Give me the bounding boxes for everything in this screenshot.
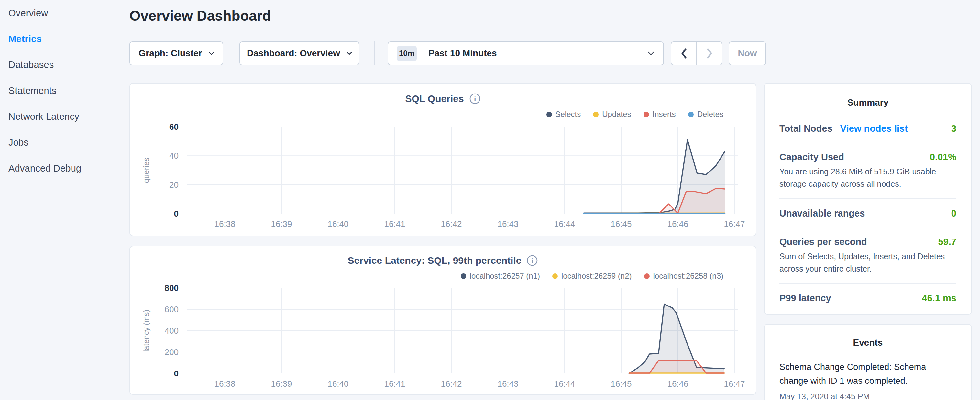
y-axis-unit-label: latency (ms) [142, 310, 150, 352]
summary-panel: Summary Total NodesView nodes list3Capac… [764, 83, 972, 315]
previous-range-button[interactable] [671, 42, 696, 65]
x-axis-tick-label: 16:47 [724, 219, 745, 229]
sidebar-item-databases[interactable]: Databases [0, 52, 129, 78]
legend-item-updates: Updates [593, 110, 631, 119]
legend-dot [593, 112, 598, 117]
legend-dot [644, 274, 650, 279]
summary-row-label: P99 latency [780, 293, 831, 303]
events-title: Events [765, 338, 971, 348]
y-axis-tick-label: 800 [165, 283, 178, 293]
summary-rows: Total NodesView nodes list3Capacity Used… [765, 114, 971, 312]
legend-item-deletes: Deletes [688, 110, 724, 119]
sidebar-item-statements[interactable]: Statements [0, 78, 129, 104]
legend-label: Inserts [652, 110, 676, 119]
chart-title: Service Latency: SQL, 99th percentile [348, 255, 522, 266]
info-icon[interactable]: i [527, 255, 538, 266]
summary-row-value: 59.7 [938, 237, 956, 247]
legend-item-localhost-26259-n2: localhost:26259 (n2) [552, 271, 632, 280]
x-axis-tick-label: 16:45 [611, 379, 632, 389]
summary-row-queries-per-second: Queries per second59.7Sum of Selects, Up… [780, 228, 956, 284]
summary-row-label: Total Nodes [780, 123, 832, 134]
chevron-down-icon [648, 51, 654, 55]
summary-row-p99-latency: P99 latency46.1 ms [780, 284, 956, 312]
sidebar-item-network-latency[interactable]: Network Latency [0, 104, 129, 129]
sql-queries-chart: 16:3816:3916:4016:4116:4216:4316:4416:45… [130, 84, 757, 237]
x-axis-tick-label: 16:45 [611, 219, 632, 229]
svg-text:i: i [474, 95, 476, 103]
legend-item-localhost-26257-n1: localhost:26257 (n1) [461, 271, 540, 280]
legend-label: localhost:26257 (n1) [470, 271, 540, 280]
now-button[interactable]: Now [729, 41, 766, 65]
legend-label: Updates [602, 110, 631, 119]
x-axis-tick-label: 16:39 [271, 379, 292, 389]
legend-dot [688, 112, 694, 117]
y-axis-unit-label: queries [142, 158, 150, 183]
summary-row-value: 0.01% [930, 152, 956, 162]
x-axis-tick-label: 16:42 [441, 219, 462, 229]
legend-label: localhost:26259 (n2) [562, 271, 632, 280]
chart-title: SQL Queries [405, 93, 464, 104]
summary-row-subtext: Sum of Selects, Updates, Inserts, and De… [780, 250, 956, 275]
sidebar: OverviewMetricsDatabasesStatementsNetwor… [0, 0, 129, 400]
info-icon[interactable]: i [469, 93, 481, 105]
summary-row-subtext: You are using 28.6 MiB of 515.9 GiB usab… [780, 166, 956, 190]
y-axis-tick-label: 400 [165, 326, 178, 336]
view-nodes-list-link[interactable]: View nodes list [840, 123, 908, 134]
legend-label: Deletes [697, 110, 724, 119]
x-axis-tick-label: 16:43 [497, 379, 518, 389]
legend-dot [644, 112, 649, 117]
summary-row-total-nodes: Total NodesView nodes list3 [780, 114, 956, 143]
x-axis-tick-label: 16:46 [667, 379, 688, 389]
summary-row-value: 3 [951, 123, 956, 134]
time-range-label: Past 10 Minutes [428, 48, 497, 59]
x-axis-tick-label: 16:39 [271, 219, 292, 229]
y-axis-tick-label: 60 [169, 122, 178, 132]
graph-dropdown[interactable]: Graph: Cluster [129, 41, 223, 65]
graph-dropdown-label: Graph: Cluster [138, 48, 202, 59]
legend-item-localhost-26258-n3: localhost:26258 (n3) [644, 271, 724, 280]
summary-row-value: 0 [951, 208, 956, 218]
x-axis-tick-label: 16:43 [497, 219, 518, 229]
x-axis-tick-label: 16:44 [554, 219, 575, 229]
time-range-badge: 10m [397, 46, 417, 61]
toolbar-divider [374, 41, 375, 65]
chevron-down-icon [347, 52, 352, 55]
legend-label: localhost:26258 (n3) [653, 271, 724, 280]
summary-row-label: Unavailable ranges [780, 208, 865, 218]
page-title: Overview Dashboard [129, 8, 271, 24]
x-axis-tick-label: 16:44 [554, 379, 575, 389]
time-range-selector[interactable]: 10m Past 10 Minutes [388, 41, 664, 65]
legend: SelectsUpdatesInsertsDeletes [546, 110, 724, 119]
summary-row-value: 46.1 ms [922, 293, 956, 303]
x-axis-tick-label: 16:42 [441, 379, 462, 389]
sidebar-item-jobs[interactable]: Jobs [0, 129, 129, 155]
next-range-button[interactable] [696, 42, 722, 65]
events-list: Schema Change Completed: Schema change w… [765, 360, 971, 400]
summary-row-unavailable-ranges: Unavailable ranges0 [780, 199, 956, 228]
legend-dot [461, 274, 466, 279]
y-axis-tick-label: 20 [169, 180, 178, 190]
y-axis-tick-label: 600 [165, 304, 178, 314]
service-latency-chart: 16:3816:3916:4016:4116:4216:4316:4416:45… [130, 246, 757, 395]
sidebar-item-metrics[interactable]: Metrics [0, 26, 129, 52]
chevron-right-icon [706, 48, 713, 59]
summary-row-label: Queries per second [780, 237, 867, 247]
sql-queries-chart-panel: SQL Queries i SelectsUpdatesInsertsDelet… [129, 83, 756, 236]
legend: localhost:26257 (n1)localhost:26259 (n2)… [461, 271, 724, 280]
events-panel: Events Schema Change Completed: Schema c… [764, 324, 972, 400]
legend-label: Selects [555, 110, 581, 119]
y-axis-tick-label: 0 [174, 369, 178, 378]
service-latency-chart-panel: Service Latency: SQL, 99th percentile i … [129, 245, 756, 395]
main-content: Overview Dashboard Graph: Cluster Dashbo… [129, 0, 756, 400]
sidebar-item-advanced-debug[interactable]: Advanced Debug [0, 155, 129, 181]
event-timestamp: May 13, 2020 at 4:45 PM [780, 392, 956, 400]
sidebar-item-overview[interactable]: Overview [0, 0, 129, 26]
summary-row-capacity-used: Capacity Used0.01%You are using 28.6 MiB… [780, 143, 956, 199]
legend-item-selects: Selects [546, 110, 581, 119]
event-text: Schema Change Completed: Schema change w… [780, 360, 956, 388]
y-axis-tick-label: 0 [174, 209, 178, 218]
event-item: Schema Change Completed: Schema change w… [765, 360, 971, 400]
dashboard-dropdown[interactable]: Dashboard: Overview [239, 41, 360, 65]
y-axis-tick-label: 200 [165, 347, 178, 357]
legend-dot [552, 274, 558, 279]
